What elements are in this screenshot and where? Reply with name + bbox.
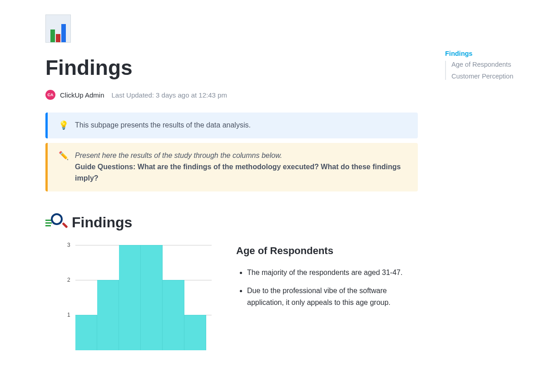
subsection-heading: Age of Respondents (236, 245, 409, 257)
histogram-chart: 123 (45, 245, 218, 350)
list-item: The majority of the respondents are aged… (247, 267, 409, 279)
chart-bar (184, 315, 206, 350)
callout-guide-line1: Present here the results of the study th… (75, 150, 409, 162)
list-item: Due to the professional vibe of the soft… (247, 285, 409, 309)
toc-item[interactable]: Age of Respondents (451, 61, 527, 68)
icon-bar-green (50, 29, 55, 42)
y-tick-label: 3 (67, 242, 70, 248)
meta-row: CA ClickUp Admin Last Updated: 3 days ag… (45, 90, 418, 100)
author-name: ClickUp Admin (60, 91, 104, 99)
chart-bar (97, 280, 119, 350)
findings-list: The majority of the respondents are aged… (236, 267, 409, 309)
magnifier-chart-icon (45, 213, 67, 232)
y-tick-label: 2 (67, 277, 70, 283)
last-updated: Last Updated: 3 days ago at 12:43 pm (112, 91, 227, 99)
table-of-contents: Findings Age of Respondents Customer Per… (445, 50, 527, 84)
page-title: Findings (45, 55, 418, 80)
callout-info: 💡 This subpage presents the results of t… (45, 113, 418, 138)
chart-bar (163, 280, 184, 350)
pencil-icon: ✏️ (59, 150, 69, 184)
chart-bar (75, 315, 97, 350)
section-heading: Findings (72, 214, 132, 231)
icon-bar-red (56, 34, 60, 42)
y-tick-label: 1 (67, 312, 70, 318)
callout-info-text: This subpage presents the results of the… (75, 120, 251, 131)
chart-bar (119, 245, 141, 350)
icon-bar-blue (61, 24, 66, 42)
callout-guide-line2: Guide Questions: What are the findings o… (75, 162, 409, 184)
author-avatar[interactable]: CA (45, 90, 55, 100)
toc-item-active[interactable]: Findings (445, 50, 527, 57)
lightbulb-icon: 💡 (59, 120, 69, 131)
callout-guide: ✏️ Present here the results of the study… (45, 143, 418, 191)
chart-bar (141, 245, 163, 350)
toc-item[interactable]: Customer Perception (451, 73, 527, 80)
page-emoji-icon[interactable] (45, 15, 71, 43)
